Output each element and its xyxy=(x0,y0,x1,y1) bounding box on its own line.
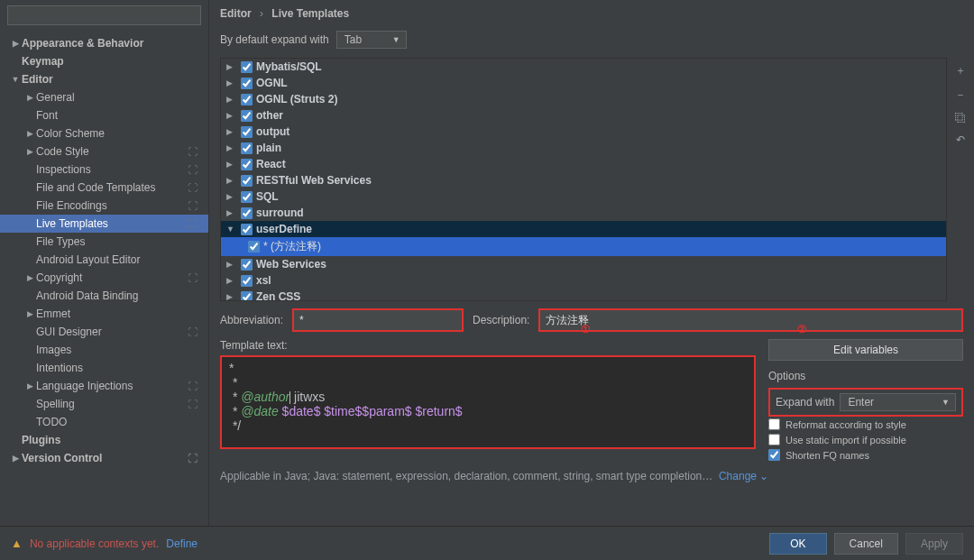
group-checkbox[interactable] xyxy=(241,110,253,122)
expand-icon: ▶ xyxy=(226,260,237,269)
template-group-restful-web-services[interactable]: ▶RESTful Web Services xyxy=(221,172,946,188)
sidebar-item-language-injections[interactable]: ▶Language Injections⛶ xyxy=(0,377,208,395)
template-text-editor[interactable]: * * * @author jitwxs * @date $date$ $tim… xyxy=(220,355,756,449)
apply-button[interactable]: Apply xyxy=(905,533,963,555)
expand-icon: ▶ xyxy=(226,111,237,120)
group-checkbox[interactable] xyxy=(241,142,253,154)
group-checkbox[interactable] xyxy=(241,126,253,138)
sidebar-item-android-data-binding[interactable]: Android Data Binding xyxy=(0,287,208,305)
expand-with-select[interactable]: Enter ▼ xyxy=(840,393,956,411)
reformat-option[interactable]: Reformat according to style xyxy=(768,417,963,432)
sidebar-item-label: File Encodings xyxy=(36,199,107,212)
expand-icon: ▶ xyxy=(226,276,237,285)
template-group-xsl[interactable]: ▶xsl xyxy=(221,272,946,289)
duplicate-icon[interactable]: ⿻ xyxy=(955,112,966,124)
sidebar-item-file-encodings[interactable]: File Encodings⛶ xyxy=(0,197,208,215)
group-checkbox[interactable] xyxy=(241,224,253,235)
sidebar-item-live-templates[interactable]: Live Templates⛶ xyxy=(0,215,208,233)
template-group-sql[interactable]: ▶SQL xyxy=(221,188,946,205)
template-group-web-services[interactable]: ▶Web Services xyxy=(221,256,946,272)
group-label: OGNL (Struts 2) xyxy=(256,93,337,106)
group-checkbox[interactable] xyxy=(241,94,253,106)
group-checkbox[interactable] xyxy=(241,61,253,73)
sidebar-item-version-control[interactable]: ▶Version Control⛶ xyxy=(0,449,208,467)
group-checkbox[interactable] xyxy=(241,275,253,287)
scheme-icon: ⛶ xyxy=(188,326,205,337)
group-label: Mybatis/SQL xyxy=(256,60,322,73)
sidebar-item-emmet[interactable]: ▶Emmet xyxy=(0,305,208,323)
sidebar-item-gui-designer[interactable]: GUI Designer⛶ xyxy=(0,323,208,341)
cancel-button[interactable]: Cancel xyxy=(834,533,898,555)
sidebar-item-inspections[interactable]: Inspections⛶ xyxy=(0,161,208,179)
template-group-surround[interactable]: ▶surround xyxy=(221,205,946,221)
group-label: plain xyxy=(256,142,281,154)
sidebar-item-general[interactable]: ▶General xyxy=(0,88,208,106)
chevron-down-icon: ▼ xyxy=(392,35,400,44)
sidebar-item-label: GUI Designer xyxy=(36,326,102,338)
define-link[interactable]: Define xyxy=(166,537,198,550)
template-item[interactable]: * (方法注释) xyxy=(221,237,946,256)
sidebar-item-color-scheme[interactable]: ▶Color Scheme xyxy=(0,124,208,142)
sidebar-item-plugins[interactable]: Plugins xyxy=(0,431,208,449)
template-group-output[interactable]: ▶output xyxy=(221,124,946,140)
template-group-react[interactable]: ▶React xyxy=(221,156,946,172)
add-icon[interactable]: ＋ xyxy=(955,63,966,78)
sidebar-item-label: Intentions xyxy=(36,362,83,374)
expand-icon: ▶ xyxy=(23,129,36,138)
template-groups-tree[interactable]: ▶Mybatis/SQL▶OGNL▶OGNL (Struts 2)▶other▶… xyxy=(220,58,947,301)
template-checkbox[interactable] xyxy=(248,241,260,252)
description-label: Description: xyxy=(473,314,529,326)
template-group-plain[interactable]: ▶plain xyxy=(221,140,946,156)
remove-icon[interactable]: － xyxy=(955,87,966,103)
applicable-contexts: Applicable in Java; Java: statement, exp… xyxy=(209,463,974,490)
sidebar-item-label: Plugins xyxy=(22,434,60,446)
default-expand-select[interactable]: Tab ▼ xyxy=(336,31,407,49)
sidebar-item-spelling[interactable]: Spelling⛶ xyxy=(0,395,208,413)
group-checkbox[interactable] xyxy=(241,191,253,203)
sidebar-item-editor[interactable]: ▼Editor xyxy=(0,70,208,88)
group-checkbox[interactable] xyxy=(241,291,253,302)
shorten-fq-option[interactable]: Shorten FQ names xyxy=(768,447,963,463)
sidebar-item-intentions[interactable]: Intentions xyxy=(0,359,208,377)
abbreviation-input[interactable] xyxy=(292,308,464,332)
dialog-footer: ▲ No applicable contexts yet. Define OK … xyxy=(0,526,974,560)
template-group-zen-css[interactable]: ▶Zen CSS xyxy=(221,289,946,301)
static-import-option[interactable]: Use static import if possible xyxy=(768,432,963,447)
sidebar-item-label: Color Scheme xyxy=(36,127,105,140)
ok-button[interactable]: OK xyxy=(769,533,826,555)
edit-variables-button[interactable]: Edit variables xyxy=(768,339,963,361)
group-label: other xyxy=(256,109,283,122)
expand-icon: ▶ xyxy=(226,208,237,217)
template-group-other[interactable]: ▶other xyxy=(221,107,946,124)
template-group-mybatis-sql[interactable]: ▶Mybatis/SQL xyxy=(221,59,946,75)
sidebar-item-android-layout-editor[interactable]: Android Layout Editor xyxy=(0,251,208,269)
sidebar-item-todo[interactable]: TODO xyxy=(0,413,208,431)
sidebar-item-copyright[interactable]: ▶Copyright⛶ xyxy=(0,269,208,287)
sidebar-item-label: Live Templates xyxy=(36,217,108,230)
sidebar-item-file-types[interactable]: File Types xyxy=(0,233,208,251)
sidebar-item-code-style[interactable]: ▶Code Style⛶ xyxy=(0,142,208,161)
sidebar-item-font[interactable]: Font xyxy=(0,106,208,124)
change-contexts-link[interactable]: Change ⌄ xyxy=(719,470,768,482)
sidebar-item-label: Font xyxy=(36,109,58,122)
description-input[interactable] xyxy=(538,308,963,332)
template-group-userdefine[interactable]: ▼userDefine xyxy=(221,221,946,237)
expand-icon: ▶ xyxy=(23,93,36,102)
template-group-ognl[interactable]: ▶OGNL xyxy=(221,75,946,91)
undo-icon[interactable]: ↶ xyxy=(956,133,965,146)
group-checkbox[interactable] xyxy=(241,159,253,170)
group-checkbox[interactable] xyxy=(241,259,253,271)
settings-tree[interactable]: ▶Appearance & BehaviorKeymap▼Editor▶Gene… xyxy=(0,31,208,526)
sidebar-item-file-and-code-templates[interactable]: File and Code Templates⛶ xyxy=(0,179,208,197)
sidebar-item-images[interactable]: Images xyxy=(0,341,208,359)
search-input[interactable]: Q▾ xyxy=(7,5,201,25)
expand-icon: ▶ xyxy=(9,39,22,48)
template-group-ognl-struts-2-[interactable]: ▶OGNL (Struts 2) xyxy=(221,91,946,107)
scheme-icon: ⛶ xyxy=(188,164,205,175)
sidebar-item-appearance-behavior[interactable]: ▶Appearance & Behavior xyxy=(0,34,208,52)
group-checkbox[interactable] xyxy=(241,175,253,187)
group-checkbox[interactable] xyxy=(241,207,253,219)
group-checkbox[interactable] xyxy=(241,78,253,89)
sidebar-item-keymap[interactable]: Keymap xyxy=(0,52,208,70)
expand-icon: ▶ xyxy=(226,78,237,87)
